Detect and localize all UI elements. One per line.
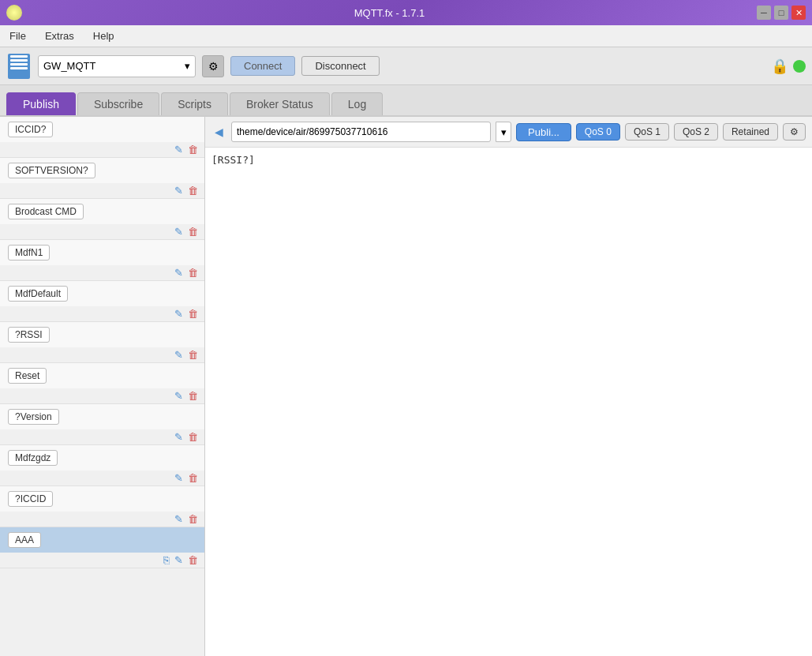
main-content: ICCID? ✎ 🗑 SOFTVERSION? ✎ 🗑 Brodcast CMD — [0, 117, 812, 656]
delete-icon[interactable]: 🗑 — [188, 554, 198, 566]
back-button[interactable]: ◀ — [211, 126, 226, 138]
qos1-button[interactable]: QoS 1 — [625, 123, 669, 141]
list-item-aaa-btn[interactable]: AAA — [0, 527, 204, 553]
list-item-mdfn1-label[interactable]: MdfN1 — [8, 245, 50, 261]
edit-icon[interactable]: ✎ — [174, 390, 183, 402]
topic-bar: ◀ ▾ Publi... QoS 0 QoS 1 QoS 2 Retained … — [205, 117, 812, 148]
left-panel: ICCID? ✎ 🗑 SOFTVERSION? ✎ 🗑 Brodcast CMD — [0, 117, 205, 656]
tab-broker-status[interactable]: Broker Status — [230, 92, 330, 115]
list-item-softversion-label[interactable]: SOFTVERSION? — [8, 163, 95, 178]
list-item-reset-controls: ✎ 🗑 — [0, 388, 204, 403]
list-item-iccid-btn[interactable]: ICCID? — [0, 117, 204, 142]
edit-icon[interactable]: ✎ — [174, 431, 183, 443]
edit-icon[interactable]: ✎ — [174, 554, 183, 566]
right-panel: ◀ ▾ Publi... QoS 0 QoS 1 QoS 2 Retained … — [205, 117, 812, 656]
delete-icon[interactable]: 🗑 — [188, 472, 198, 484]
qos0-button[interactable]: QoS 0 — [576, 123, 620, 141]
document-icon — [6, 54, 32, 79]
list-item-reset-btn[interactable]: Reset — [0, 363, 204, 388]
delete-icon[interactable]: 🗑 — [188, 390, 198, 402]
list-item-iccid2-label[interactable]: ?ICCID — [8, 491, 53, 507]
edit-icon[interactable]: ✎ — [174, 308, 183, 320]
edit-icon[interactable]: ✎ — [174, 349, 183, 361]
tab-subscribe[interactable]: Subscribe — [77, 92, 159, 115]
list-item-brodcast-label[interactable]: Brodcast CMD — [8, 204, 84, 219]
edit-icon[interactable]: ✎ — [174, 267, 183, 279]
minimize-button[interactable]: ─ — [757, 6, 771, 20]
delete-icon[interactable]: 🗑 — [188, 267, 198, 279]
connect-button[interactable]: Connect — [230, 56, 295, 76]
list-item: ?ICCID ✎ 🗑 — [0, 486, 204, 527]
list-item-rssi-controls: ✎ 🗑 — [0, 347, 204, 362]
settings-button[interactable]: ⚙ — [202, 55, 224, 77]
connection-dropdown[interactable]: GW_MQTT ▾ — [38, 55, 196, 77]
retained-button[interactable]: Retained — [723, 123, 778, 141]
copy-icon[interactable]: ⎘ — [163, 554, 170, 566]
topic-dropdown-button[interactable]: ▾ — [496, 122, 511, 142]
window-controls: ─ □ ✕ — [757, 6, 806, 20]
delete-icon[interactable]: 🗑 — [188, 513, 198, 525]
edit-icon[interactable]: ✎ — [174, 185, 183, 197]
list-item-version-controls: ✎ 🗑 — [0, 429, 204, 444]
menu-extras[interactable]: Extras — [42, 28, 77, 43]
delete-icon[interactable]: 🗑 — [188, 226, 198, 238]
list-item-rssi-btn[interactable]: ?RSSI — [0, 322, 204, 347]
topic-input[interactable] — [231, 122, 491, 142]
list-item-rssi-label[interactable]: ?RSSI — [8, 327, 50, 343]
list-item-aaa-controls: ⎘ ✎ 🗑 — [0, 553, 204, 568]
list-item-reset-label[interactable]: Reset — [8, 368, 47, 384]
close-button[interactable]: ✕ — [791, 6, 806, 20]
list-item-iccid2-btn[interactable]: ?ICCID — [0, 486, 204, 512]
maximize-button[interactable]: □ — [774, 6, 788, 20]
list-item-mdfn1-btn[interactable]: MdfN1 — [0, 240, 204, 265]
menu-bar: File Extras Help — [0, 25, 812, 47]
delete-icon[interactable]: 🗑 — [188, 308, 198, 320]
connection-name: GW_MQTT — [43, 60, 95, 72]
list-item: ?RSSI ✎ 🗑 — [0, 322, 204, 363]
disconnect-button[interactable]: Disconnect — [301, 56, 379, 76]
list-item-mdfzgdz-btn[interactable]: Mdfzgdz — [0, 445, 204, 470]
tab-scripts[interactable]: Scripts — [161, 92, 228, 115]
list-item-mdfdefault-label[interactable]: MdfDefault — [8, 286, 68, 302]
delete-icon[interactable]: 🗑 — [188, 144, 198, 156]
delete-icon[interactable]: 🗑 — [188, 431, 198, 443]
list-item: Reset ✎ 🗑 — [0, 363, 204, 404]
list-item: AAA ⎘ ✎ 🗑 — [0, 527, 204, 568]
dropdown-arrow-icon: ▾ — [185, 60, 190, 72]
list-item: ICCID? ✎ 🗑 — [0, 117, 204, 158]
list-item: Mdfzgdz ✎ 🗑 — [0, 445, 204, 486]
edit-icon[interactable]: ✎ — [174, 144, 183, 156]
list-item-brodcast-btn[interactable]: Brodcast CMD — [0, 199, 204, 224]
list-item: MdfN1 ✎ 🗑 — [0, 240, 204, 281]
menu-help[interactable]: Help — [90, 28, 118, 43]
list-item-mdfdefault-controls: ✎ 🗑 — [0, 306, 204, 321]
delete-icon[interactable]: 🗑 — [188, 349, 198, 361]
tab-publish[interactable]: Publish — [6, 92, 76, 115]
list-item: MdfDefault ✎ 🗑 — [0, 281, 204, 322]
list-item-mdfdefault-btn[interactable]: MdfDefault — [0, 281, 204, 306]
edit-icon[interactable]: ✎ — [174, 513, 183, 525]
message-settings-button[interactable]: ⚙ — [783, 123, 806, 141]
tab-log[interactable]: Log — [331, 92, 383, 115]
list-item-aaa-label[interactable]: AAA — [8, 532, 41, 548]
list-item: Brodcast CMD ✎ 🗑 — [0, 199, 204, 240]
list-item-version-label[interactable]: ?Version — [8, 409, 59, 425]
edit-icon[interactable]: ✎ — [174, 472, 183, 484]
list-item-version-btn[interactable]: ?Version — [0, 404, 204, 429]
window-title: MQTT.fx - 1.7.1 — [22, 7, 757, 19]
list-item-mdfzgdz-controls: ✎ 🗑 — [0, 470, 204, 485]
list-item-brodcast-controls: ✎ 🗑 — [0, 224, 204, 239]
message-textarea[interactable] — [211, 154, 806, 650]
toolbar: GW_MQTT ▾ ⚙ Connect Disconnect 🔒 — [0, 47, 812, 85]
menu-file[interactable]: File — [6, 28, 29, 43]
list-item-softversion-btn[interactable]: SOFTVERSION? — [0, 158, 204, 183]
list-item-iccid2-controls: ✎ 🗑 — [0, 512, 204, 527]
list-item-iccid-label[interactable]: ICCID? — [8, 122, 53, 137]
edit-icon[interactable]: ✎ — [174, 226, 183, 238]
list-item-mdfzgdz-label[interactable]: Mdfzgdz — [8, 450, 58, 466]
status-icons: 🔒 — [771, 58, 806, 75]
qos2-button[interactable]: QoS 2 — [674, 123, 718, 141]
connection-status-dot — [793, 60, 806, 73]
publish-button[interactable]: Publi... — [516, 123, 571, 141]
delete-icon[interactable]: 🗑 — [188, 185, 198, 197]
